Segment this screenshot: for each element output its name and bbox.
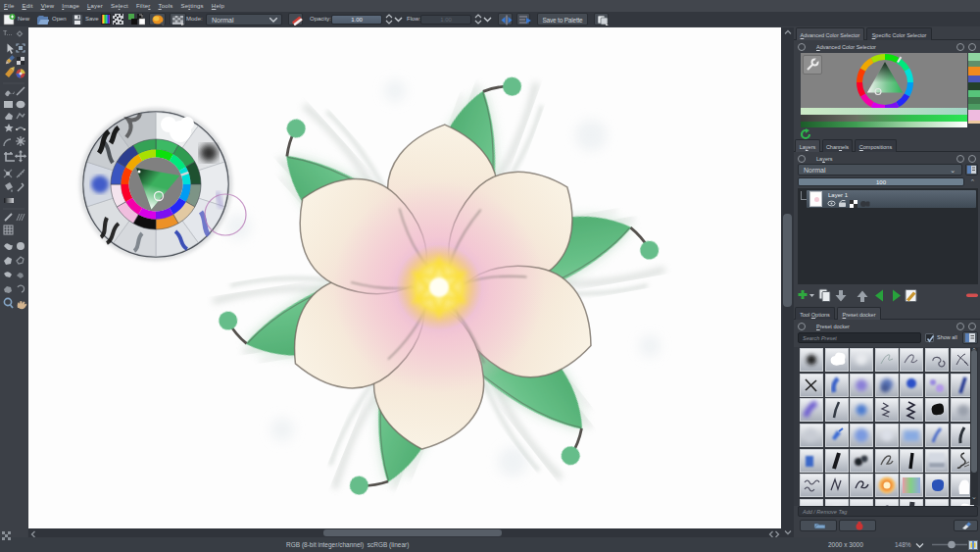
svg-text:T...: T... — [3, 29, 12, 36]
